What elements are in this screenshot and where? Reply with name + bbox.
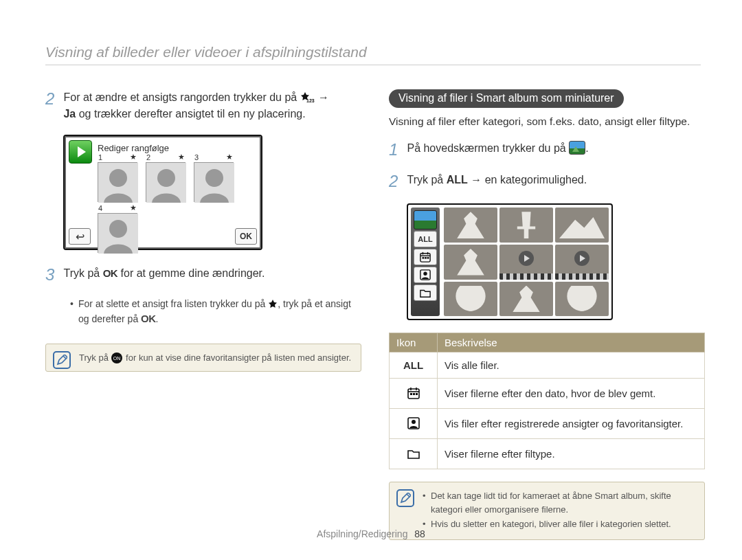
calendar-icon bbox=[406, 385, 421, 401]
cell-icon-face bbox=[390, 409, 438, 439]
step-number-3: 3 bbox=[45, 265, 60, 284]
thumb-1[interactable] bbox=[444, 208, 497, 243]
cell-desc: Viser filerne efter den dato, hvor de bl… bbox=[438, 379, 705, 409]
face-thumb-3[interactable]: 3 ★ bbox=[194, 162, 234, 202]
footer-section: Afspilning/Redigering bbox=[317, 528, 407, 539]
rule bbox=[45, 65, 701, 65]
thumb-8[interactable] bbox=[499, 282, 553, 317]
step2-text-a: For at ændre et ansigts rangorden trykke… bbox=[63, 91, 300, 103]
all-label: ALL bbox=[447, 174, 468, 186]
play-icon bbox=[574, 251, 589, 266]
table-row: ALL Vis alle filer. bbox=[390, 352, 705, 379]
play-mode-icon bbox=[69, 140, 92, 164]
cat-date[interactable] bbox=[414, 249, 437, 265]
note-box-left: Tryk på for kun at vise dine favoritansi… bbox=[45, 344, 361, 372]
star-icon: ★ bbox=[178, 153, 185, 161]
section-desc: Visning af filer efter kategori, som f.e… bbox=[389, 113, 705, 129]
note-icon bbox=[53, 351, 71, 369]
cell-desc: Viser filerne efter filtype. bbox=[438, 439, 705, 469]
category-sidebar: ALL bbox=[411, 208, 440, 316]
step2-ja: Ja bbox=[63, 108, 76, 120]
thumb-5-video[interactable] bbox=[499, 245, 553, 280]
table-row: Vis filer efter registrerede ansigter og… bbox=[390, 409, 705, 439]
rank-editor-screen: Rediger rangfølge 1 ★ 2 ★ 3 ★ bbox=[63, 135, 262, 250]
step-2-right: 2 Tryk på ALL → en kategorimulighed. bbox=[389, 172, 705, 191]
r-step2-b: → en kategorimulighed. bbox=[468, 174, 587, 186]
folder-icon bbox=[406, 446, 421, 461]
footer: Afspilning/Redigering 88 bbox=[0, 528, 742, 539]
section-pill: Visning af filer i Smart album som minia… bbox=[389, 89, 624, 108]
step-number-r2: 2 bbox=[389, 172, 404, 191]
face-num-3: 3 bbox=[194, 153, 199, 161]
face-num-1: 1 bbox=[98, 153, 102, 161]
star-icon: ★ bbox=[130, 203, 137, 212]
step-3: 3 Tryk på OK for at gemme dine ændringer… bbox=[45, 265, 361, 284]
cat-folder[interactable] bbox=[414, 284, 437, 301]
r-step1-a: På hovedskærmen trykker du på bbox=[407, 142, 569, 154]
cell-desc: Vis filer efter registrerede ansigter og… bbox=[438, 409, 705, 439]
ok-inline: OK bbox=[103, 267, 118, 279]
note-item-1: Det kan tage lidt tid for kameraet at åb… bbox=[423, 489, 696, 516]
cell-icon-folder bbox=[390, 439, 438, 469]
cat-face[interactable] bbox=[414, 267, 437, 283]
cell-desc: Vis alle filer. bbox=[438, 352, 705, 379]
step-2: 2 For at ændre et ansigts rangorden tryk… bbox=[45, 89, 361, 122]
step2-text-b: og trækker derefter ansigtet til en ny p… bbox=[76, 108, 305, 120]
step-number-2: 2 bbox=[45, 89, 60, 109]
face-num-2: 2 bbox=[146, 153, 150, 161]
back-button[interactable]: ↩ bbox=[69, 228, 91, 245]
r-step1-b: . bbox=[585, 142, 588, 154]
step-1-right: 1 På hovedskærmen trykker du på . bbox=[389, 140, 705, 159]
thumb-6-video[interactable] bbox=[555, 245, 609, 280]
right-column: Visning af filer i Smart album som minia… bbox=[389, 89, 705, 540]
note-b: for kun at vise dine favoritansigter på … bbox=[123, 352, 351, 363]
bullet-a: For at slette et ansigt fra listen trykk… bbox=[78, 298, 268, 309]
note-icon bbox=[396, 489, 414, 507]
face-thumb-4[interactable]: 4 ★ bbox=[98, 213, 137, 253]
table-row: Viser filerne efter den dato, hvor de bl… bbox=[390, 379, 705, 409]
page-number: 88 bbox=[414, 528, 425, 539]
face-num-4: 4 bbox=[98, 204, 102, 212]
step-number-1: 1 bbox=[389, 140, 404, 159]
gallery-thumb-icon[interactable] bbox=[414, 210, 437, 229]
page-title: Visning af billeder eller videoer i afsp… bbox=[45, 44, 367, 60]
step3-text-a: Tryk på bbox=[63, 267, 102, 279]
bullet-c: . bbox=[156, 313, 159, 324]
th-icon: Ikon bbox=[390, 333, 438, 352]
star-icon bbox=[268, 298, 278, 309]
face-thumb-2[interactable]: 2 ★ bbox=[146, 162, 186, 202]
icon-table: Ikon Beskrivelse ALL Vis alle filer. Vis… bbox=[389, 333, 705, 469]
play-icon bbox=[519, 251, 534, 266]
left-column: 2 For at ændre et ansigts rangorden tryk… bbox=[45, 89, 361, 540]
gallery-icon bbox=[569, 141, 585, 155]
cell-icon-calendar bbox=[390, 379, 438, 409]
th-desc: Beskrivelse bbox=[438, 333, 705, 352]
star-123-icon bbox=[300, 91, 315, 103]
thumb-7[interactable] bbox=[444, 282, 497, 317]
cat-all[interactable]: ALL bbox=[414, 231, 437, 247]
star-icon: ★ bbox=[226, 153, 233, 161]
face-thumb-1[interactable]: 1 ★ bbox=[98, 162, 137, 202]
thumb-9[interactable] bbox=[555, 282, 609, 317]
ok-button[interactable]: OK bbox=[235, 228, 257, 245]
arrow-text: → bbox=[315, 91, 329, 103]
screen-title: Rediger rangfølge bbox=[98, 143, 169, 153]
step3-text-b: for at gemme dine ændringer. bbox=[117, 267, 265, 279]
thumb-2[interactable] bbox=[499, 208, 553, 243]
note-a: Tryk på bbox=[79, 352, 111, 363]
thumb-3[interactable] bbox=[555, 208, 609, 243]
ok-inline: OK bbox=[141, 313, 156, 324]
step3-bullet: For at slette et ansigt fra listen trykk… bbox=[70, 297, 361, 327]
star-icon: ★ bbox=[130, 153, 137, 161]
thumb-grid bbox=[444, 208, 609, 316]
cell-icon-all: ALL bbox=[390, 352, 438, 379]
face-icon bbox=[406, 416, 421, 431]
r-step2-a: Tryk på bbox=[407, 174, 446, 186]
table-row: Viser filerne efter filtype. bbox=[390, 439, 705, 469]
on-toggle-icon bbox=[111, 352, 123, 363]
thumb-4[interactable] bbox=[444, 245, 497, 280]
smart-album-screen: ALL bbox=[407, 203, 613, 320]
